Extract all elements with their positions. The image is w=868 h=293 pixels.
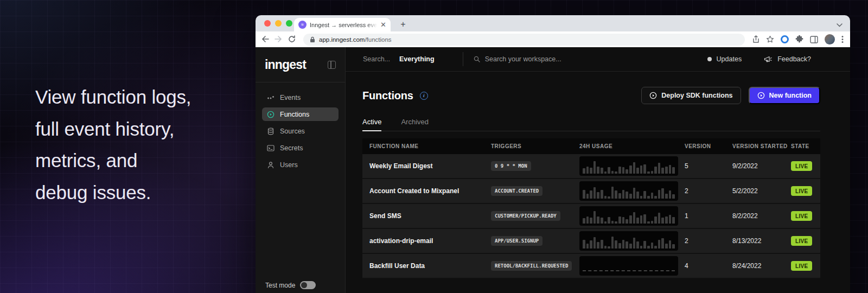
usage-bar [622,190,625,199]
sidebar-item-functions[interactable]: Functions [262,107,339,121]
trigger-badge: CUSTOMER/PICKUP.READY [491,211,560,221]
usage-bar [597,242,599,249]
profile-avatar[interactable] [825,34,835,44]
tab-search-chevron-icon[interactable] [837,20,843,29]
cell-state: LIVE [791,211,820,221]
sources-icon [267,128,275,135]
function-name-link[interactable]: Backfill User Data [369,262,425,270]
version-started-value: 8/2/2022 [732,212,758,220]
sidebar-item-sources[interactable]: Sources [262,124,339,138]
usage-bar [640,196,643,199]
info-icon[interactable]: i [420,92,428,100]
usage-bar [604,246,607,249]
table-row[interactable]: Send SMSCUSTOMER/PICKUP.READY18/2/2022LI… [362,204,820,229]
cell-state: LIVE [791,236,820,246]
sidebar-item-users[interactable]: Users [262,158,339,171]
usage-bar [590,240,592,249]
deploy-sdk-functions-button[interactable]: Deploy SDK functions [641,87,741,104]
trigger-badge: RETOOL/BACKFILL.REQUESTED [491,261,572,271]
new-function-icon [757,92,765,99]
extensions-puzzle-icon[interactable] [795,35,803,43]
usage-bar [586,167,589,174]
column-header-state: STATE [791,143,820,149]
new-tab-button[interactable]: + [398,19,409,30]
search-label[interactable]: Search... [363,55,390,63]
cell-version-started: 8/24/2022 [732,262,791,270]
usage-bar [636,241,639,249]
window-close-button[interactable] [264,20,271,27]
usage-sparkline-chart [579,181,678,201]
usage-bar [618,216,621,224]
usage-bar [669,240,672,249]
table-row[interactable]: Backfill User DataRETOOL/BACKFILL.REQUES… [362,254,820,279]
browser-menu-icon[interactable] [841,35,844,43]
collapse-sidebar-icon[interactable] [328,61,336,69]
usage-bar [658,163,661,174]
window-minimize-button[interactable] [275,20,282,27]
sidebar-item-secrets[interactable]: Secrets [262,141,339,155]
cell-version-started: 9/2/2022 [732,162,791,170]
address-bar[interactable]: app.inngest.com/functions [303,34,745,46]
function-name-link[interactable]: Weekly Email Digest [369,162,433,170]
usage-bar [583,168,585,174]
function-name-link[interactable]: activation-drip-email [369,237,433,245]
table-row[interactable]: Weekly Email Digest0 9 * * MON59/2/2022L… [362,154,820,179]
tab-active[interactable]: Active [362,118,381,131]
usage-empty-baseline [583,270,675,271]
usage-bar [647,171,650,174]
url-text: app.inngest.com/functions [319,36,392,43]
workspace-search-input[interactable]: Search your workspace... [474,55,561,63]
usage-bar [665,216,668,224]
window-zoom-button[interactable] [286,20,292,27]
usage-bar [647,221,650,224]
test-mode-toggle[interactable] [300,281,316,289]
usage-bar [604,196,607,199]
new-function-button[interactable]: New function [749,87,820,104]
back-icon[interactable] [261,35,269,44]
usage-bar [643,164,646,174]
usage-bar [601,190,603,199]
share-icon[interactable] [752,35,760,43]
tab-close-icon[interactable]: ✕ [380,21,386,28]
cell-triggers: RETOOL/BACKFILL.REQUESTED [491,261,579,271]
reload-icon[interactable] [288,35,296,44]
onepassword-icon[interactable] [781,35,789,43]
column-header-version-started: VERSION STARTED [732,143,791,149]
column-header-24h-usage: 24H USAGE [579,143,685,149]
bookmark-star-icon[interactable] [766,35,774,43]
browser-actions [752,34,845,44]
cell-function-name: activation-drip-email [362,237,491,245]
table-row[interactable]: activation-drip-emailAPP/USER.SIGNUP28/1… [362,229,820,254]
functions-table: FUNCTION NAME TRIGGERS 24H USAGE VERSION… [362,138,820,279]
window-controls [264,20,292,27]
usage-bar [626,219,628,224]
usage-bar [669,215,672,224]
version-value: 2 [685,187,688,195]
usage-bar [611,237,614,249]
cell-version-started: 5/2/2022 [732,187,791,195]
search-scope-everything[interactable]: Everything [399,55,435,63]
usage-bar [611,171,614,174]
usage-sparkline-chart [579,206,678,226]
sidebar-item-events[interactable]: Events [262,91,339,104]
inngest-logo: inngest [265,58,306,72]
tab-archived[interactable]: Archived [401,118,429,131]
function-name-link[interactable]: Send SMS [369,212,401,220]
usage-bar [590,218,592,224]
browser-tab[interactable]: ≈ Inngest → serverless event-dri ✕ [294,18,391,31]
updates-button[interactable]: Updates [707,55,742,63]
version-value: 1 [685,212,688,220]
usage-bar [586,244,589,249]
events-icon [267,94,275,101]
cell-version: 1 [685,212,732,220]
usage-bar [661,218,664,224]
function-name-link[interactable]: Account Created to Mixpanel [369,187,459,195]
side-panel-icon[interactable] [810,36,818,43]
feedback-button[interactable]: Feedback? [764,55,811,63]
deploy-button-label: Deploy SDK functions [661,92,732,99]
cell-version: 5 [685,162,732,170]
table-row[interactable]: Account Created to MixpanelACCOUNT.CREAT… [362,179,820,204]
forward-icon[interactable] [275,35,283,44]
deploy-icon [649,92,657,99]
cell-version-started: 8/2/2022 [732,212,791,220]
